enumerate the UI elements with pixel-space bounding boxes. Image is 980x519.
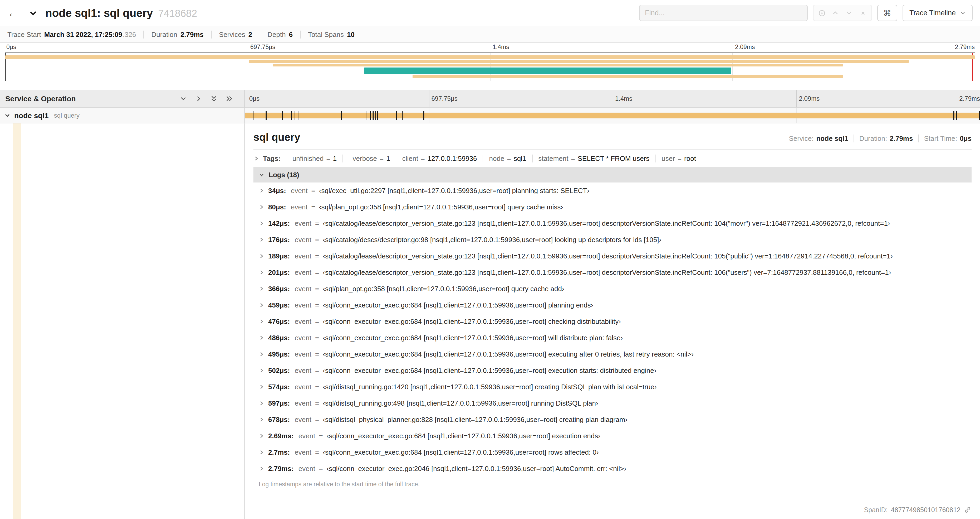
- log-equals: =: [312, 187, 315, 195]
- collapse-trace-header-button[interactable]: [24, 4, 42, 22]
- summary-item-value: 6: [289, 30, 293, 38]
- keyboard-shortcuts-button[interactable]: ⌘: [877, 5, 897, 21]
- collapse-one-button[interactable]: [180, 95, 187, 102]
- log-field-value: ‹sql/catalog/lease/descriptor_version_st…: [323, 252, 892, 260]
- double-chevron-right-icon: [226, 95, 233, 102]
- chevron-right-icon: [253, 156, 259, 161]
- log-row[interactable]: 2.79ms:event=‹sql/conn_executor_exec.go:…: [253, 460, 972, 477]
- overview-item: Start Time:0μs: [918, 134, 972, 142]
- overview-value: 0μs: [960, 134, 972, 142]
- log-timestamp: 142μs:: [268, 219, 290, 227]
- chevron-down-icon[interactable]: [4, 112, 11, 118]
- find-input[interactable]: [639, 5, 808, 21]
- tag-equals: =: [326, 155, 330, 163]
- chevron-down-icon: [846, 10, 853, 16]
- log-row[interactable]: 201μs:event=‹sql/catalog/lease/descripto…: [253, 264, 972, 281]
- log-equals: =: [319, 465, 323, 473]
- tag-item: statement=SELECT * FROM users: [532, 155, 655, 163]
- timeline-ruler: 0μs697.75μs1.4ms2.09ms2.79ms: [245, 90, 980, 107]
- jaeger-trace-page: ← node sql1: sql query 7418682: [0, 0, 980, 519]
- summary-item: Total Spans10: [300, 30, 362, 38]
- log-row[interactable]: 574μs:event=‹sql/distsql_running.go:1420…: [253, 379, 972, 395]
- span-row-name-cell[interactable]: node sql1 sql query: [0, 108, 245, 123]
- span-detail-panel: sql query Service:node sql1Duration:2.79…: [245, 123, 980, 519]
- log-equals: =: [319, 432, 323, 440]
- log-row[interactable]: 486μs:event=‹sql/conn_executor_exec.go:6…: [253, 330, 972, 346]
- span-row-track[interactable]: [245, 108, 980, 123]
- log-row[interactable]: 176μs:event=‹sql/catalog/descs/descripto…: [253, 232, 972, 248]
- log-row[interactable]: 495μs:event=‹sql/conn_executor_exec.go:6…: [253, 346, 972, 363]
- find-next-button[interactable]: [843, 6, 856, 20]
- log-timestamp: 502μs:: [268, 367, 290, 374]
- log-equals: =: [315, 416, 319, 423]
- topbar-controls: ⌘ Trace Timeline: [639, 5, 975, 21]
- tag-value: root: [684, 155, 696, 163]
- zoom-in-button[interactable]: [815, 6, 829, 20]
- span-operation-name: sql query: [54, 112, 80, 119]
- logs-section-toggle[interactable]: Logs (18): [253, 167, 972, 182]
- log-equals: =: [315, 318, 319, 326]
- log-marker-tick: [373, 111, 374, 120]
- chevron-right-icon: [259, 220, 264, 226]
- service-operation-header: Service & Operation: [0, 90, 245, 107]
- log-timestamp: 678μs:: [268, 416, 290, 423]
- span-detail-header: sql query Service:node sql1Duration:2.79…: [253, 123, 972, 150]
- log-timestamp: 486μs:: [268, 334, 290, 342]
- tag-item: _verbose=1: [342, 155, 396, 163]
- log-timestamp: 459μs:: [268, 301, 290, 309]
- log-field-value: ‹sql/distsql_running.go:1420 [nsql1,clie…: [323, 383, 657, 391]
- tags-toggle[interactable]: Tags:: [253, 155, 280, 163]
- collapse-all-button[interactable]: [210, 95, 218, 102]
- tag-equals: =: [678, 155, 681, 163]
- log-field-value: ‹sql/conn_executor_exec.go:684 [nsql1,cl…: [327, 432, 600, 440]
- log-row[interactable]: 2.69ms:event=‹sql/conn_executor_exec.go:…: [253, 428, 972, 444]
- log-row[interactable]: 142μs:event=‹sql/catalog/lease/descripto…: [253, 215, 972, 232]
- summary-item-value: March 31 2022, 17:25:09: [44, 30, 122, 38]
- log-field-key: event: [294, 301, 312, 309]
- trace-view-label: Trace Timeline: [909, 9, 956, 17]
- chevron-right-icon: [259, 270, 264, 275]
- log-row[interactable]: 366μs:event=‹sql/plan_opt.go:358 [nsql1,…: [253, 281, 972, 297]
- trace-summary-bar: Trace StartMarch 31 2022, 17:25:09.326Du…: [0, 26, 980, 43]
- summary-item: Depth6: [259, 30, 300, 38]
- summary-item-label: Depth: [267, 30, 286, 38]
- tag-key: _verbose: [349, 155, 377, 163]
- log-row[interactable]: 459μs:event=‹sql/conn_executor_exec.go:6…: [253, 297, 972, 313]
- log-marker-tick: [341, 111, 342, 120]
- minimap-canvas[interactable]: [5, 52, 975, 81]
- log-row[interactable]: 597μs:event=‹sql/distsql_running.go:498 …: [253, 395, 972, 411]
- log-row[interactable]: 189μs:event=‹sql/catalog/lease/descripto…: [253, 248, 972, 264]
- find-prev-button[interactable]: [829, 6, 843, 20]
- tag-value: SELECT * FROM users: [578, 155, 650, 163]
- log-field-key: event: [294, 252, 312, 260]
- span-row[interactable]: node sql1 sql query: [0, 108, 980, 123]
- clear-find-button[interactable]: [856, 6, 870, 20]
- ruler-tick-label: 1.4ms: [490, 44, 509, 50]
- log-equals: =: [315, 285, 319, 293]
- trace-minimap: 0μs697.75μs1.4ms2.09ms2.79ms: [5, 43, 975, 82]
- ruler-tick-label: 2.79ms: [955, 44, 975, 50]
- log-row[interactable]: 2.7ms:event=‹sql/conn_executor_exec.go:6…: [253, 444, 972, 460]
- log-timestamp: 597μs:: [268, 399, 290, 407]
- expand-one-button[interactable]: [195, 95, 202, 102]
- log-row[interactable]: 80μs:event=‹sql/plan_opt.go:358 [nsql1,c…: [253, 199, 972, 215]
- expand-all-button[interactable]: [226, 95, 233, 102]
- log-row[interactable]: 678μs:event=‹sql/distsql_physical_planne…: [253, 411, 972, 428]
- log-timestamp: 34μs:: [268, 187, 286, 195]
- tag-key: statement: [538, 155, 568, 163]
- log-row[interactable]: 34μs:event=‹sql/exec_util.go:2297 [nsql1…: [253, 182, 972, 199]
- trace-view-dropdown[interactable]: Trace Timeline: [902, 5, 973, 21]
- log-row[interactable]: 502μs:event=‹sql/conn_executor_exec.go:6…: [253, 363, 972, 379]
- tag-equals: =: [507, 155, 511, 163]
- back-button[interactable]: ←: [4, 4, 22, 22]
- log-field-value: ‹sql/catalog/descs/descriptor.go:98 [nsq…: [323, 236, 661, 244]
- log-row[interactable]: 476μs:event=‹sql/conn_executor_exec.go:6…: [253, 313, 972, 330]
- link-icon[interactable]: [964, 506, 972, 514]
- log-field-value: ‹sql/conn_executor_exec.go:684 [nsql1,cl…: [323, 350, 694, 358]
- log-timestamp: 366μs:: [268, 285, 290, 293]
- logs-note: Log timestamps are relative to the start…: [253, 477, 972, 492]
- summary-item: Duration2.79ms: [143, 30, 211, 38]
- minimap-span-bar: [412, 75, 843, 78]
- tag-key: user: [662, 155, 675, 163]
- log-field-key: event: [291, 203, 308, 211]
